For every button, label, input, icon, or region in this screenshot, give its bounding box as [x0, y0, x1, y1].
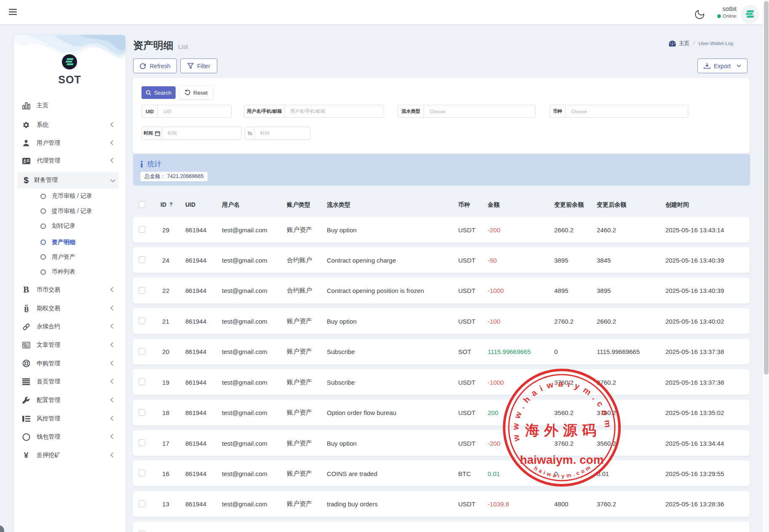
svg-text:B: B: [24, 305, 29, 313]
svg-text:haiwaiym. com: haiwaiym. com: [520, 453, 603, 466]
svg-text:海外源码: 海外源码: [525, 422, 601, 438]
